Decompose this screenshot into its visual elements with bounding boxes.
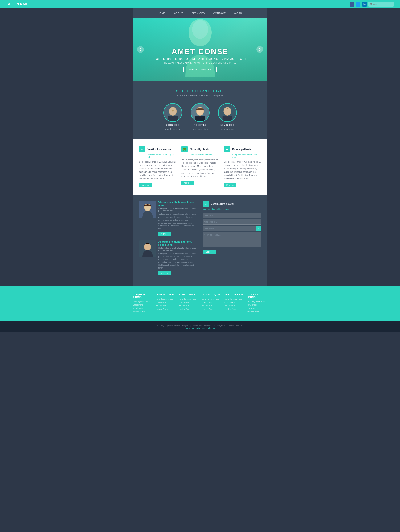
avatar-rosetta-image (191, 104, 209, 121)
footer-col-4-link-3[interactable]: Irot Vivamus (202, 305, 221, 307)
service-1-icon: ✏ (139, 146, 145, 152)
footer-col-6-title: NECANT IPONS (247, 293, 267, 298)
blog-posts-column: Vivamus vestibulum nulla nec ante Sed eg… (139, 201, 198, 280)
linkedin-icon[interactable]: in (362, 2, 367, 6)
footer-col-5-link-4[interactable]: vestibul Prase (225, 308, 244, 310)
service-3-header: 🛏 Fusce pellente (224, 146, 261, 152)
svg-point-1 (192, 20, 208, 39)
service-1-more-button[interactable]: More → (139, 183, 152, 187)
services-grid: ✏ Vestibulum auctor Morbi interdum molli… (139, 146, 261, 187)
contact-phone-input[interactable] (203, 226, 256, 231)
slider-prev-button[interactable]: ❮ (137, 46, 144, 53)
phone-flag-icon: 🏳 (256, 226, 261, 231)
footer-template-credit: Free Templates by FreeTempltes.pro (6, 327, 394, 329)
footer-col-2-link-2[interactable]: Cras ornare (156, 301, 175, 304)
footer-col-6: NECANT IPONS Nunc dignissim risus Cras o… (247, 293, 267, 314)
contact-name-input[interactable] (203, 213, 261, 218)
team-section: SED EGESTAS ANTE ETVIU Morbi interdum mo… (133, 81, 267, 139)
footer-col-1-link-1[interactable]: Nunc dignissim risus (133, 300, 153, 303)
footer-col-4-title: COMMOD QUIS (202, 293, 221, 296)
footer-col-6-link-1[interactable]: Nunc dignissim risus (247, 300, 267, 303)
service-3-text: Sed egestas, ante et vulputate volutpat,… (224, 160, 261, 180)
service-2-more-button[interactable]: More → (181, 181, 194, 185)
footer-col-1-link-4[interactable]: vestibul Prase (133, 310, 153, 313)
footer-col-1-link-3[interactable]: Irot Vivamus (133, 307, 153, 309)
footer-col-4-link-4[interactable]: vestibul Prase (202, 308, 221, 310)
avatar-kevindoe-image (219, 104, 236, 121)
contact-subtitle: Morbi interdum mollis sapien ed (203, 208, 261, 210)
team-member-2-designation: your designation (192, 128, 208, 130)
service-3-icon: 🛏 (224, 146, 230, 152)
main-wrapper: HOME ABOUT SERVICES CONTACT WORK ❮ ❯ AME… (133, 8, 267, 286)
team-member-1: JOHN DOE your designation (163, 103, 182, 130)
nav-about[interactable]: ABOUT (174, 12, 183, 14)
blog-post-1-more-button[interactable]: More → (159, 232, 171, 236)
footer-col-1-link-2[interactable]: Cras ornare (133, 304, 153, 306)
footer-col-3-link-2[interactable]: Cras ornare (179, 301, 198, 304)
team-member-3-designation: your designation (220, 128, 235, 130)
service-2-subtitle: Vivamus vestibulum nulla (181, 154, 219, 156)
svg-rect-5 (168, 115, 178, 121)
hero-cta-button[interactable]: LOREM IPSUM DLO (183, 67, 217, 72)
team-section-title: SED EGESTAS ANTE ETVIU (139, 89, 261, 93)
team-member-2-name: ROSETTA (194, 124, 206, 126)
blog-post-2-more-button[interactable]: More → (159, 271, 171, 275)
contact-send-button[interactable]: Send → (203, 250, 216, 254)
blog-post-1-image (139, 201, 156, 218)
footer-col-4-link-1[interactable]: Nunc dignissim risus (202, 298, 221, 300)
facebook-icon[interactable]: f (349, 2, 354, 6)
footer-bottom: Copyright(c) website name. Designed by: … (0, 321, 400, 332)
footer-col-2: LOREM IPSUM Nunc dignissim risus Cras or… (156, 293, 175, 314)
footer-col-6-link-3[interactable]: Irot Vivamus (247, 307, 267, 309)
footer-col-3: SEDLU PRASE Nunc dignissim risus Cras or… (179, 293, 198, 314)
footer-col-3-link-3[interactable]: Irot Vivamus (179, 305, 198, 307)
service-1-header: ✏ Vestibulum auctor (139, 146, 176, 152)
contact-message-textarea[interactable] (203, 232, 261, 247)
twitter-icon[interactable]: t (356, 2, 361, 6)
nav-home[interactable]: HOME (158, 12, 166, 14)
contact-email-input[interactable] (203, 219, 261, 225)
avatar-johndoe (163, 103, 182, 122)
blog-post-1-image-svg (139, 201, 156, 218)
footer-col-6-link-4[interactable]: vestibul Prase (247, 310, 267, 313)
footer-col-6-link-2[interactable]: Cras ornare (247, 304, 267, 306)
footer-col-2-link-1[interactable]: Nunc dignissim risus (156, 298, 175, 300)
team-member-2: ROSETTA your designation (191, 103, 210, 130)
footer-col-5-link-2[interactable]: Cras ornare (225, 301, 244, 304)
blog-post-1-text: Sed egestas, ante et vulputate volutpat,… (159, 213, 198, 230)
slider-next-button[interactable]: ❯ (256, 46, 263, 53)
svg-rect-14 (222, 115, 232, 121)
service-2-icon: 🌿 (181, 146, 188, 152)
blog-post-2-excerpt: Sed egestas, ante et vulputate volutpat,… (159, 247, 198, 251)
nav-bar: HOME ABOUT SERVICES CONTACT WORK (133, 8, 267, 18)
contact-textarea-wrapper (203, 232, 261, 250)
blog-post-2-text: Sed egestas, ante et vulputate volutpat,… (159, 252, 198, 269)
footer-col-5-title: VOLUPTAT SIN (225, 293, 244, 296)
nav-contact[interactable]: CONTACT (213, 12, 226, 14)
footer-col-3-link-4[interactable]: vestibul Prase (179, 308, 198, 310)
footer-col-5-link-1[interactable]: Nunc dignissim risus (225, 298, 244, 300)
search-input[interactable] (368, 2, 394, 6)
service-1-text: Sed egestas, ante et vulputate volutpat,… (139, 160, 176, 180)
social-search-group: f t in (349, 2, 394, 6)
footer-col-3-link-1[interactable]: Nunc dignissim risus (179, 298, 198, 300)
footer-columns: ALIQUAM TINCIO Nunc dignissim risus Cras… (133, 293, 267, 314)
footer-col-2-link-4[interactable]: vestibul Prase (156, 308, 175, 310)
service-2-text: Sed egestas, ante et vulputate volutpat,… (181, 158, 219, 178)
hero-slider: ❮ ❯ AMET CONSE LOREM IPSUM DOLOR SIT AME… (133, 18, 267, 81)
footer-col-1: ALIQUAM TINCIO Nunc dignissim risus Cras… (133, 293, 153, 314)
footer-col-5: VOLUPTAT SIN Nunc dignissim risus Cras o… (225, 293, 244, 314)
service-3-more-button[interactable]: More → (224, 183, 237, 187)
footer-col-5-link-3[interactable]: Irot Vivamus (225, 305, 244, 307)
team-member-1-name: JOHN DOE (166, 124, 180, 126)
footer-col-2-link-3[interactable]: Irot Vivamus (156, 305, 175, 307)
avatar-kevindoe (218, 103, 237, 122)
service-item-1: ✏ Vestibulum auctor Morbi interdum molli… (139, 146, 176, 187)
nav-services[interactable]: SERVICES (192, 12, 205, 14)
nav-work[interactable]: WORK (234, 12, 242, 14)
blog-post-1-content: Vivamus vestibulum nulla nec ante Sed eg… (159, 201, 198, 236)
footer-col-4-link-2[interactable]: Cras ornare (202, 301, 221, 304)
svg-point-6 (171, 110, 174, 112)
top-bar: SITENAME f t in (0, 0, 400, 8)
blog-post-1-title: Vivamus vestibulum nulla nec ante (159, 201, 198, 207)
